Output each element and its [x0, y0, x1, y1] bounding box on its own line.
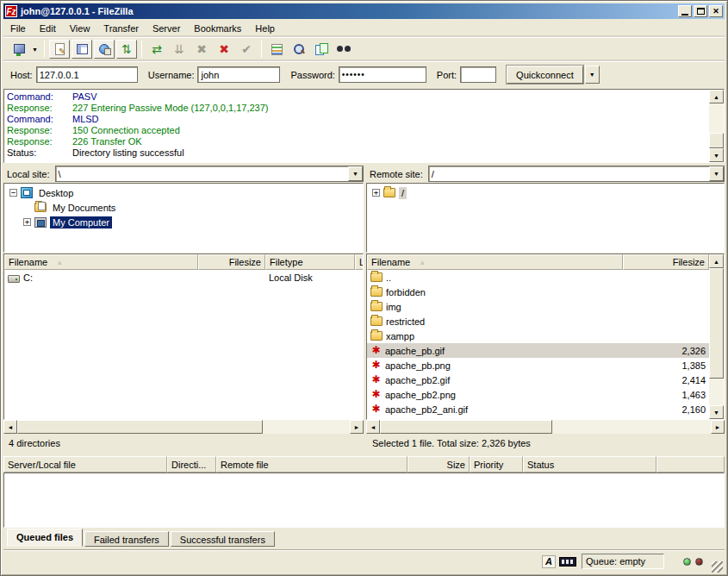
queue-body[interactable]: [3, 473, 725, 528]
expand-icon[interactable]: +: [372, 189, 380, 197]
remote-hscrollbar[interactable]: ◄ ►: [366, 420, 725, 434]
menu-server[interactable]: Server: [146, 21, 187, 36]
local-tree: − Desktop My Documents + My Computer: [3, 183, 364, 253]
scroll-up-icon[interactable]: ▲: [709, 90, 724, 103]
toggle-log-button[interactable]: [49, 40, 70, 59]
scroll-up-icon[interactable]: ▲: [709, 254, 724, 268]
scroll-right-icon[interactable]: ►: [350, 420, 364, 434]
column-header-filename[interactable]: Filename▲: [367, 254, 623, 270]
remote-list-content: Filename▲ Filesize .. forbidden img: [366, 254, 725, 420]
tab-failed-transfers[interactable]: Failed transfers: [84, 531, 169, 547]
tree-item-root[interactable]: + /: [367, 185, 724, 200]
table-row[interactable]: C: Local Disk: [4, 270, 363, 285]
filezilla-window: Fz john@127.0.0.1 - FileZilla ✕ File Edi…: [0, 0, 728, 576]
resize-grip[interactable]: [712, 561, 723, 573]
local-hscrollbar[interactable]: ◄ ►: [3, 420, 364, 434]
scroll-left-icon[interactable]: ◄: [366, 420, 380, 434]
scroll-left-icon[interactable]: ◄: [3, 420, 17, 434]
table-row[interactable]: ✱apache_pb2_ani.gif 2,160: [367, 402, 709, 416]
expand-icon[interactable]: +: [23, 218, 31, 226]
directory-comparison-button[interactable]: [311, 40, 332, 59]
collapse-icon[interactable]: −: [9, 189, 17, 197]
port-input[interactable]: [460, 66, 496, 83]
table-row[interactable]: ✱apache_pb2.png 1,463: [367, 387, 709, 402]
menu-bookmarks[interactable]: Bookmarks: [187, 21, 248, 36]
my-documents-icon: [34, 203, 47, 212]
minimize-button[interactable]: [678, 5, 692, 17]
chevron-down-icon[interactable]: ▼: [348, 166, 363, 181]
local-site-combo[interactable]: \ ▼: [55, 166, 364, 182]
menu-file[interactable]: File: [3, 21, 33, 36]
desktop-icon: [21, 187, 33, 198]
column-header-lastmodified[interactable]: L: [355, 254, 364, 270]
tab-queued-files[interactable]: Queued files: [7, 529, 83, 547]
find-button[interactable]: [289, 40, 309, 59]
column-header-status[interactable]: Status: [523, 456, 656, 473]
toggle-remote-tree-button[interactable]: [94, 40, 115, 59]
title-bar[interactable]: Fz john@127.0.0.1 - FileZilla ✕: [3, 3, 725, 19]
scrollbar-thumb[interactable]: [17, 420, 263, 434]
process-queue-button[interactable]: ⇊: [169, 40, 190, 59]
close-button[interactable]: ✕: [709, 5, 723, 17]
scroll-down-icon[interactable]: ▼: [709, 405, 724, 419]
menu-edit[interactable]: Edit: [33, 21, 63, 36]
site-manager-button[interactable]: [8, 40, 28, 59]
table-row[interactable]: img: [367, 299, 709, 314]
data-type-ascii-icon[interactable]: A: [542, 555, 556, 568]
password-input[interactable]: [339, 66, 426, 83]
tab-successful-transfers[interactable]: Successful transfers: [171, 531, 275, 547]
column-header-server-local-file[interactable]: Server/Local file: [3, 456, 167, 473]
column-header-direction[interactable]: Directi...: [167, 456, 216, 473]
refresh-button[interactable]: ⇄: [146, 40, 167, 59]
menu-transfer[interactable]: Transfer: [96, 21, 146, 36]
column-header-filetype[interactable]: Filetype: [265, 254, 355, 270]
port-label: Port:: [437, 70, 457, 80]
table-row[interactable]: xampp: [367, 329, 709, 343]
scroll-down-icon[interactable]: ▼: [709, 148, 724, 162]
tree-item-my-computer[interactable]: + My Computer: [4, 215, 363, 229]
remote-rows: .. forbidden img restricted xampp: [367, 270, 709, 419]
maximize-button[interactable]: [694, 5, 707, 17]
quickconnect-dropdown[interactable]: ▼: [585, 66, 600, 84]
column-header-size[interactable]: Size: [408, 456, 470, 473]
scrollbar-thumb[interactable]: [709, 133, 724, 148]
tree-item-desktop[interactable]: − Desktop: [4, 185, 363, 200]
filter-button[interactable]: [266, 40, 287, 59]
column-header-filesize[interactable]: Filesize: [198, 254, 265, 270]
menu-view[interactable]: View: [63, 21, 97, 36]
disconnect-button[interactable]: ✖: [214, 40, 234, 59]
host-input[interactable]: [36, 66, 138, 83]
toggle-queue-button[interactable]: ⇅: [116, 40, 137, 59]
speed-limit-icon[interactable]: [559, 557, 576, 567]
table-row[interactable]: ✱apache_pb2.gif 2,414: [367, 373, 709, 387]
filename-cell: restricted: [367, 314, 623, 329]
menu-help[interactable]: Help: [248, 21, 282, 36]
username-input[interactable]: [197, 66, 280, 83]
column-header-filesize[interactable]: Filesize: [623, 254, 709, 270]
log-scrollbar[interactable]: ▲ ▼: [709, 90, 724, 162]
table-row-selected[interactable]: ✱apache_pb.gif 2,326: [367, 343, 709, 358]
reconnect-button[interactable]: ✔: [236, 40, 257, 59]
column-header-remote-file[interactable]: Remote file: [216, 456, 408, 473]
site-manager-dropdown[interactable]: ▼: [29, 40, 40, 59]
table-row[interactable]: ✱apache_pb.png 1,385: [367, 358, 709, 373]
table-row[interactable]: ..: [367, 270, 709, 285]
column-header-priority[interactable]: Priority: [470, 456, 523, 473]
tree-item-my-documents[interactable]: My Documents: [4, 200, 363, 215]
chevron-down-icon[interactable]: ▼: [709, 166, 724, 181]
column-header-filename[interactable]: Filename▲: [4, 254, 198, 270]
scroll-right-icon[interactable]: ►: [711, 420, 725, 434]
scrollbar-thumb[interactable]: [709, 268, 724, 379]
table-row[interactable]: forbidden: [367, 285, 709, 299]
local-list-content: Filename▲ Filesize Filetype L C: Local D…: [3, 254, 364, 420]
remote-site-combo[interactable]: / ▼: [428, 166, 725, 182]
cancel-button[interactable]: ✖: [191, 40, 212, 59]
scrollbar-thumb[interactable]: [380, 420, 552, 434]
toggle-local-tree-button[interactable]: [72, 40, 92, 59]
find-files-button[interactable]: [333, 40, 354, 59]
quickconnect-button[interactable]: Quickconnect: [507, 66, 583, 84]
local-list-header: Filename▲ Filesize Filetype L: [4, 254, 363, 270]
remote-vscrollbar[interactable]: ▲ ▼: [709, 254, 724, 419]
table-row[interactable]: restricted: [367, 314, 709, 329]
filesize-cell: 1,463: [623, 387, 709, 402]
